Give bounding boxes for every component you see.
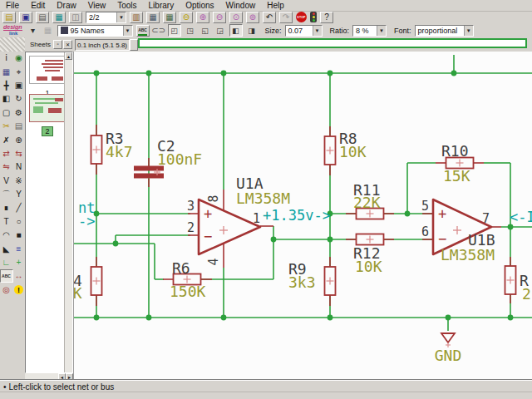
errors-tool-icon[interactable]: ! xyxy=(13,284,25,296)
junction-dot[interactable] xyxy=(328,237,333,243)
junction-dot[interactable] xyxy=(405,211,411,217)
circle-tool-icon[interactable]: ○ xyxy=(13,216,25,228)
pinswap-tool-icon[interactable]: ⇄ xyxy=(1,148,12,160)
net-label[interactable]: -> xyxy=(78,213,95,229)
resistor-value-R3[interactable]: 4k7 xyxy=(106,143,133,160)
junction-dot[interactable] xyxy=(221,315,227,321)
erc-tool-icon[interactable]: ◎ xyxy=(1,284,12,296)
capacitor-plate[interactable] xyxy=(134,174,164,179)
move-tool-icon[interactable]: ╋ xyxy=(1,80,12,91)
junction-dot[interactable] xyxy=(221,71,227,76)
script-icon[interactable]: ▦ xyxy=(146,12,160,23)
junction-dot[interactable] xyxy=(508,315,514,321)
wire-tool-icon[interactable]: ╱ xyxy=(13,202,25,214)
net-tool-icon[interactable]: ∟ xyxy=(1,257,12,268)
show-tool-icon[interactable]: ◉ xyxy=(13,52,25,64)
cut-tool-icon[interactable]: ✂ xyxy=(1,121,12,132)
grid-icon[interactable]: ▦ xyxy=(42,26,54,36)
font-combo-arrow[interactable]: ▼ xyxy=(464,26,473,36)
library-browser-icon[interactable]: ▥ xyxy=(130,12,143,23)
resistor-value-R[interactable]: 2 xyxy=(522,285,531,303)
net-label[interactable]: <-I xyxy=(510,209,532,225)
board-editor-icon[interactable]: ▦ xyxy=(52,12,66,23)
menu-help[interactable]: Help xyxy=(261,1,290,10)
rotate-tool-icon[interactable]: ↻ xyxy=(13,93,25,105)
value-tool-icon[interactable]: V xyxy=(1,175,12,187)
junction-dot[interactable] xyxy=(271,237,277,243)
toolbar-drag-handle[interactable] xyxy=(0,37,25,52)
gnd-label[interactable]: GND xyxy=(435,347,462,364)
layer-selector[interactable]: 95 Names▼ xyxy=(57,25,133,37)
junction-dot[interactable] xyxy=(328,71,333,76)
menu-tools[interactable]: Tools xyxy=(111,1,142,10)
sheet-thumbnail-1[interactable]: 1 xyxy=(29,56,66,99)
resistor-value-R8[interactable]: 10K xyxy=(339,143,367,160)
sheet-selector[interactable]: 2/2▼ xyxy=(86,12,126,23)
zoom-select-icon[interactable]: ⊚ xyxy=(246,12,259,23)
menu-draw[interactable]: Draw xyxy=(51,1,81,10)
sheet-selector-arrow[interactable]: ▼ xyxy=(116,12,126,22)
smash-tool-icon[interactable]: ※ xyxy=(13,175,25,187)
mirror-tool-icon[interactable]: ◧ xyxy=(1,93,12,105)
label-tool-icon[interactable]: ABC xyxy=(0,269,13,283)
size-combo-arrow[interactable]: ▼ xyxy=(313,26,322,36)
change-text-size-icon[interactable]: ABC xyxy=(136,25,150,37)
menu-edit[interactable]: Edit xyxy=(25,1,51,10)
sheets-float-button[interactable]: ▫ xyxy=(53,40,62,49)
sheet-thumbnail-2[interactable]: 2 xyxy=(29,94,66,137)
menu-window[interactable]: Window xyxy=(220,1,262,10)
menu-view[interactable]: View xyxy=(82,1,112,10)
traffic-light-icon[interactable] xyxy=(310,12,317,22)
name-tool-icon[interactable]: N xyxy=(13,161,25,173)
stop-icon[interactable]: STOP xyxy=(296,12,307,22)
undo-icon[interactable]: ↶ xyxy=(263,12,276,23)
display-tool-icon[interactable]: ▦ xyxy=(1,66,12,78)
sheets-close-button[interactable]: ✕ xyxy=(63,40,72,49)
layer-selector-arrow[interactable]: ▼ xyxy=(123,26,132,36)
add-tool-icon[interactable]: ⊕ xyxy=(13,135,25,146)
resistor-value-R11[interactable]: 22K xyxy=(353,194,381,211)
align-center-left-icon[interactable]: ◱ xyxy=(200,25,211,36)
change-tool-icon[interactable]: ⚙ xyxy=(13,107,25,119)
junction-tool-icon[interactable]: + xyxy=(13,257,25,268)
print-icon[interactable]: ▤ xyxy=(36,12,49,23)
mirror-text-icon[interactable]: ⊂⊃ xyxy=(153,26,165,36)
align-top-center-icon[interactable]: ◨ xyxy=(246,25,258,36)
text-tool-icon[interactable]: T xyxy=(1,216,12,228)
copy-tool-icon[interactable]: ▣ xyxy=(13,80,25,91)
paste-tool-icon[interactable]: ▤ xyxy=(13,121,25,132)
zoom-redraw-icon[interactable]: ⊙ xyxy=(229,12,243,23)
resistor-name-R6[interactable]: R6 xyxy=(172,259,190,277)
junction-dot[interactable] xyxy=(146,315,152,321)
junction-dot[interactable] xyxy=(146,71,152,76)
schematic-canvas[interactable]: R34k7R810KR93k340KR2R6150KR1015KR1122KR1… xyxy=(73,52,532,380)
help-icon[interactable]: ? xyxy=(320,12,333,23)
command-line-input[interactable] xyxy=(138,38,527,48)
delete-tool-icon[interactable]: ✗ xyxy=(1,135,12,146)
resistor-value-R12[interactable]: 10K xyxy=(355,258,382,275)
resistor-value-R9[interactable]: 3k3 xyxy=(288,273,316,291)
dimension-tool-icon[interactable]: ↔ xyxy=(13,270,25,282)
gnd-symbol[interactable] xyxy=(441,333,455,342)
arc-tool-icon[interactable]: ◠ xyxy=(1,229,12,241)
size-combo[interactable]: 0.07▼ xyxy=(285,25,323,37)
brand-dropdown-icon[interactable]: ▾ xyxy=(27,26,39,36)
scroll-up-button[interactable]: ▲ xyxy=(65,52,72,60)
redo-icon[interactable]: ↷ xyxy=(279,12,293,23)
bus-tool-icon[interactable]: ≡ xyxy=(13,244,25,255)
junction-dot[interactable] xyxy=(113,241,119,247)
capacitor-value-C2[interactable]: 100nF xyxy=(157,150,202,168)
opamp-value-U1A[interactable]: LM358M xyxy=(236,190,290,207)
replace-tool-icon[interactable]: ⇋ xyxy=(1,161,12,173)
info-tool-icon[interactable]: i xyxy=(1,52,12,64)
group-tool-icon[interactable]: ▢ xyxy=(1,107,12,119)
align-bottom-center-icon[interactable]: ◳ xyxy=(185,25,196,36)
save-icon[interactable]: ▣ xyxy=(19,12,32,23)
open-icon[interactable]: ▤ xyxy=(2,12,16,23)
align-top-left-icon[interactable]: ◧ xyxy=(229,24,243,37)
sheets-vertical-scrollbar[interactable]: ▲ xyxy=(64,52,72,372)
mark-tool-icon[interactable]: ⌖ xyxy=(13,66,25,78)
net-label[interactable]: +1.35v-> xyxy=(263,207,331,224)
zoom-in-icon[interactable]: ⊕ xyxy=(196,12,209,23)
menu-library[interactable]: Library xyxy=(143,1,180,10)
